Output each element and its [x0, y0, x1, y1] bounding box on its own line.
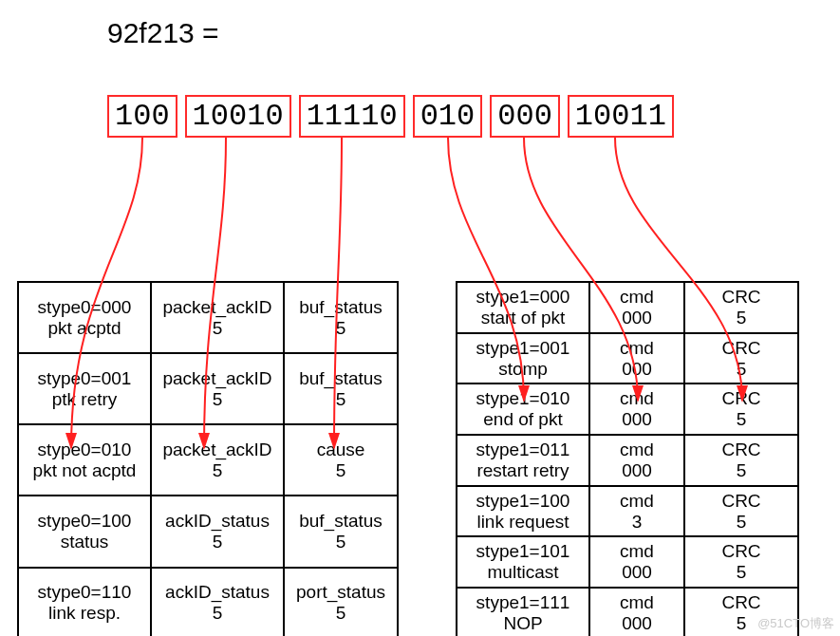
cell-line: pkt acptd	[47, 318, 121, 338]
cell-line: packet_ackID	[162, 440, 271, 459]
stype1-table: stype1=000start of pktcmd000CRC5stype1=0…	[456, 281, 799, 636]
table-cell: stype1=011restart retry	[457, 435, 589, 486]
table-cell: stype1=000start of pkt	[457, 282, 589, 333]
cell-line: cmd	[620, 287, 654, 307]
hex-heading: 92f213 =	[107, 17, 219, 49]
table-row: stype1=100link requestcmd3CRC5	[457, 486, 798, 537]
table-cell: ackID_status5	[151, 496, 284, 567]
cell-line: 000	[622, 409, 652, 429]
table-cell: stype1=100link request	[457, 486, 589, 537]
watermark: @51CTO博客	[757, 615, 834, 632]
cell-line: cmd	[620, 440, 654, 459]
table-cell: stype1=101multicast	[457, 536, 589, 588]
cell-line: 5	[213, 389, 223, 409]
table-row: stype1=000start of pktcmd000CRC5	[457, 282, 798, 333]
cell-line: stype1=100	[476, 491, 570, 511]
cell-line: 5	[737, 512, 747, 532]
cell-line: stomp	[498, 359, 548, 379]
cell-line: 000	[622, 613, 652, 633]
table-cell: buf_status5	[284, 282, 398, 353]
cell-line: status	[61, 532, 109, 552]
cell-line: 5	[213, 318, 223, 338]
cell-line: cmd	[620, 388, 654, 408]
table-row: stype0=000pkt acptdpacket_ackID5buf_stat…	[18, 282, 398, 353]
cell-line: buf_status	[299, 297, 383, 317]
cell-line: end of pkt	[483, 409, 562, 429]
cell-line: cause	[317, 440, 365, 459]
cell-line: CRC	[721, 491, 760, 511]
table-cell: stype1=001stomp	[457, 333, 589, 384]
cell-line: 5	[336, 389, 346, 409]
table-cell: ackID_status5	[151, 568, 284, 636]
table-cell: cmd000	[589, 435, 684, 486]
cell-line: 5	[336, 603, 346, 623]
cell-line: start of pkt	[481, 308, 566, 327]
table-row: stype1=101multicastcmd000CRC5	[457, 536, 798, 588]
cell-line: packet_ackID	[162, 297, 271, 317]
table-cell: packet_ackID5	[151, 282, 284, 353]
table-cell: packet_ackID5	[151, 353, 284, 424]
cell-line: 000	[622, 359, 652, 379]
cell-line: CRC	[721, 592, 760, 612]
cell-line: 5	[737, 460, 747, 480]
cell-line: stype1=011	[476, 440, 570, 459]
table-cell: CRC5	[684, 486, 798, 537]
cell-line: stype0=010	[38, 440, 132, 459]
cell-line: packet_ackID	[162, 368, 271, 388]
table-cell: cmd000	[589, 333, 684, 384]
table-cell: CRC5	[684, 383, 798, 435]
table-cell: stype1=010end of pkt	[457, 383, 589, 435]
cell-line: stype1=111	[476, 592, 570, 612]
cell-line: CRC	[721, 541, 760, 561]
cell-line: 5	[213, 532, 223, 552]
cell-line: pkt not acptd	[33, 460, 137, 480]
cell-line: 000	[622, 308, 652, 327]
cell-line: CRC	[721, 388, 760, 408]
table-cell: CRC5	[684, 435, 798, 486]
table-row: stype0=001ptk retrypacket_ackID5buf_stat…	[18, 353, 398, 424]
cell-line: cmd	[620, 491, 654, 511]
bit-group-5: 10011	[568, 95, 674, 138]
table-row: stype1=111NOPcmd000CRC5	[457, 588, 798, 636]
cell-line: port_status	[296, 582, 385, 602]
cell-line: 5	[737, 359, 747, 379]
cell-line: stype0=110	[38, 582, 132, 602]
bit-group-0: 100	[107, 95, 177, 138]
table-cell: CRC5	[684, 333, 798, 384]
cell-line: 000	[622, 562, 652, 582]
cell-line: stype1=101	[476, 541, 570, 561]
table-cell: stype1=111NOP	[457, 588, 589, 636]
table-row: stype0=010pkt not acptdpacket_ackID5caus…	[18, 424, 398, 496]
cell-line: 5	[213, 603, 223, 623]
cell-line: stype0=001	[38, 368, 132, 388]
bit-group-2: 11110	[299, 95, 405, 138]
cell-line: 5	[213, 460, 223, 480]
cell-line: stype1=010	[476, 388, 570, 408]
cell-line: CRC	[721, 440, 760, 459]
cell-line: link resp.	[48, 603, 121, 623]
cell-line: 5	[737, 562, 747, 582]
cell-line: CRC	[721, 338, 760, 358]
table-cell: buf_status5	[284, 353, 398, 424]
table-row: stype0=100statusackID_status5buf_status5	[18, 496, 398, 567]
table-row: stype1=001stompcmd000CRC5	[457, 333, 798, 384]
cell-line: buf_status	[299, 368, 383, 388]
cell-line: 5	[737, 613, 747, 633]
cell-line: 5	[737, 308, 747, 327]
bit-group-row: 100 10010 11110 010 000 10011	[107, 95, 681, 138]
cell-line: cmd	[620, 592, 654, 612]
table-cell: cmd000	[589, 588, 684, 636]
cell-line: NOP	[503, 613, 542, 633]
cell-line: 5	[737, 409, 747, 429]
cell-line: stype1=001	[476, 338, 570, 358]
table-cell: cause5	[284, 424, 398, 496]
table-cell: stype0=100status	[18, 496, 151, 567]
cell-line: ackID_status	[165, 511, 270, 531]
bit-group-1: 10010	[185, 95, 291, 138]
cell-line: 5	[336, 532, 346, 552]
table-row: stype0=110link resp.ackID_status5port_st…	[18, 568, 398, 636]
table-cell: stype0=001ptk retry	[18, 353, 151, 424]
cell-line: 000	[622, 460, 652, 480]
cell-line: buf_status	[299, 511, 383, 531]
table-cell: cmd000	[589, 383, 684, 435]
